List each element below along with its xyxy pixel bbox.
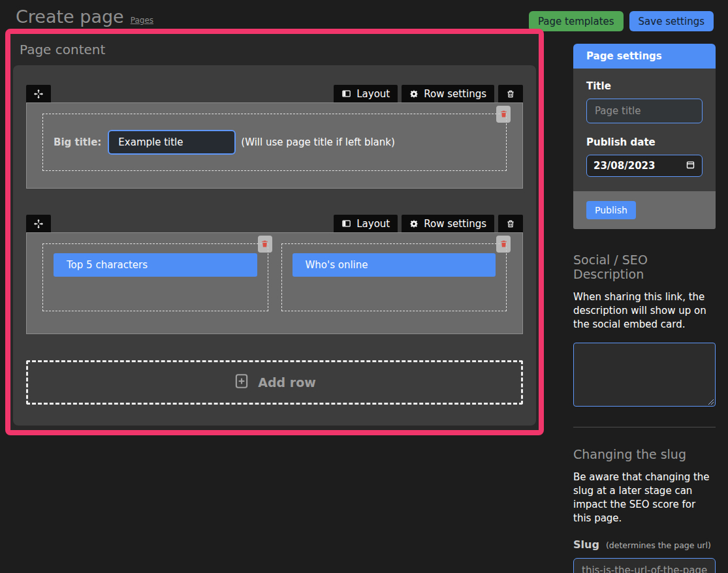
- row-toolbar-actions: Layout Row settings: [334, 215, 523, 232]
- row-settings-label: Row settings: [424, 88, 486, 100]
- layout-label: Layout: [356, 218, 390, 230]
- page-settings-header: Page settings: [573, 44, 716, 69]
- widget-cell: Who's online: [281, 243, 507, 311]
- row-toolbar: Layout Row settings: [26, 85, 523, 102]
- row-body: Top 5 characters Who's online: [26, 232, 523, 334]
- big-title-cell: Big title: (Will use page title if left …: [42, 114, 507, 171]
- seo-description-textarea[interactable]: [573, 343, 716, 407]
- seo-textarea-wrap: [573, 343, 716, 407]
- slug-input[interactable]: [573, 558, 716, 573]
- widget-label: Top 5 characters: [67, 259, 148, 271]
- row-settings-button[interactable]: Row settings: [402, 85, 494, 102]
- move-icon: [33, 89, 44, 99]
- page-settings-footer: Publish: [573, 191, 716, 229]
- title-label: Title: [586, 80, 703, 92]
- widget-cell: Top 5 characters: [42, 243, 268, 311]
- content-row-2: Layout Row settings: [26, 215, 523, 334]
- page-title: Create page: [16, 7, 124, 27]
- seo-section-heading: Social / SEO Description: [573, 253, 716, 281]
- layout-label: Layout: [356, 88, 390, 100]
- layout-icon: [341, 219, 351, 228]
- row-cells: Top 5 characters Who's online: [42, 243, 507, 311]
- section-title: Page content: [20, 42, 536, 57]
- widget-label: Who's online: [306, 259, 368, 271]
- row-settings-button[interactable]: Row settings: [402, 215, 494, 232]
- trash-icon: [499, 238, 508, 251]
- breadcrumb-pages-link[interactable]: Pages: [131, 16, 153, 25]
- plus-square-icon: [233, 373, 250, 392]
- row-body: Big title: (Will use page title if left …: [26, 102, 523, 189]
- page-settings-body: Title Publish date 23/08/2023: [573, 69, 716, 191]
- delete-cell-button[interactable]: [496, 236, 511, 253]
- add-row-label: Add row: [258, 375, 316, 390]
- delete-row-button[interactable]: [498, 215, 523, 232]
- row-toolbar: Layout Row settings: [26, 215, 523, 232]
- big-title-note: (Will use page title if left blank): [241, 136, 394, 148]
- trash-icon: [506, 89, 515, 99]
- create-page-screen: Create page Pages Page templates Save se…: [0, 0, 728, 573]
- delete-row-button[interactable]: [498, 85, 523, 102]
- widget-top-5-characters[interactable]: Top 5 characters: [54, 253, 257, 277]
- slug-label-row: Slug (determines the page url): [573, 538, 716, 551]
- layout-button[interactable]: Layout: [334, 215, 398, 232]
- slug-warning-text: Be aware that changing the slug at a lat…: [573, 471, 716, 525]
- sidebar-divider: [573, 427, 716, 427]
- save-settings-button[interactable]: Save settings: [629, 11, 714, 31]
- row-settings-label: Row settings: [424, 218, 486, 230]
- widget-whos-online[interactable]: Who's online: [293, 253, 496, 277]
- slug-label-note: (determines the page url): [606, 540, 711, 550]
- publish-date-value: 23/08/2023: [593, 160, 655, 172]
- trash-icon: [261, 238, 269, 251]
- delete-cell-button[interactable]: [258, 236, 272, 253]
- publish-button[interactable]: Publish: [586, 201, 636, 219]
- add-row-button[interactable]: Add row: [26, 360, 523, 405]
- page-content-section: Page content Layout: [5, 29, 544, 435]
- row-toolbar-actions: Layout Row settings: [334, 85, 523, 102]
- slug-section-heading: Changing the slug: [573, 447, 716, 461]
- layout-button[interactable]: Layout: [334, 85, 398, 102]
- move-row-handle[interactable]: [26, 215, 51, 232]
- publish-date-label: Publish date: [586, 136, 703, 148]
- layout-icon: [341, 89, 351, 99]
- content-row-1: Layout Row settings: [26, 85, 523, 189]
- move-icon: [33, 219, 44, 229]
- calendar-icon[interactable]: [686, 160, 695, 172]
- page-builder-panel: Layout Row settings: [13, 65, 536, 426]
- page-templates-button[interactable]: Page templates: [529, 11, 624, 31]
- trash-icon: [499, 108, 508, 121]
- seo-description-text: When sharing this link, the description …: [573, 290, 716, 332]
- big-title-label: Big title:: [54, 136, 101, 148]
- publish-date-input[interactable]: 23/08/2023: [586, 155, 703, 177]
- trash-icon: [506, 219, 515, 228]
- gear-icon: [409, 89, 419, 99]
- gear-icon: [409, 219, 419, 228]
- move-row-handle[interactable]: [26, 85, 51, 102]
- page-settings-card: Page settings Title Publish date 23/08/2…: [573, 44, 716, 229]
- delete-cell-button[interactable]: [496, 106, 511, 123]
- settings-sidebar: Page settings Title Publish date 23/08/2…: [573, 44, 716, 573]
- slug-label: Slug: [573, 538, 599, 551]
- title-input[interactable]: [586, 99, 703, 123]
- big-title-input[interactable]: [108, 130, 236, 155]
- header-actions: Page templates Save settings: [529, 11, 714, 31]
- page-header: Create page Pages: [16, 7, 153, 27]
